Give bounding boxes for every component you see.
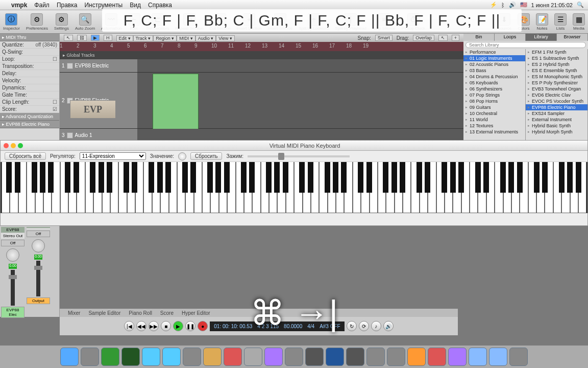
library-item[interactable]: 10 Orchestral [463, 110, 525, 117]
black-key[interactable] [517, 162, 523, 193]
toolbar-settings[interactable]: ⚙Settings [51, 13, 72, 31]
param-gatetime[interactable]: Gate Time: [0, 91, 59, 99]
black-key[interactable] [559, 162, 565, 193]
inspector-midi-thru[interactable]: ▸ MIDI Thru [0, 34, 59, 41]
black-key[interactable] [15, 162, 20, 193]
global-tracks[interactable]: ▸ Global Tracks [60, 51, 463, 59]
tracks-menu-view[interactable]: View ▾ [216, 35, 235, 41]
track-header[interactable]: 1EVP88 Electric [60, 59, 137, 72]
editor-tab-sample-editor[interactable]: Sample Editor [88, 310, 120, 316]
black-key[interactable] [534, 162, 540, 193]
track-row[interactable]: 2EVP88 Electric [60, 73, 463, 129]
dock-app[interactable] [428, 348, 446, 366]
mute-button[interactable] [67, 63, 73, 69]
mute-button[interactable] [67, 132, 73, 139]
tab-loops[interactable]: Loops [495, 34, 526, 41]
black-key[interactable] [165, 162, 171, 193]
black-key[interactable] [99, 162, 104, 193]
library-item[interactable]: 08 Pop Horns [463, 98, 525, 104]
dock-app[interactable] [60, 348, 79, 366]
tool-h[interactable]: H [104, 35, 112, 41]
black-key[interactable] [500, 162, 506, 193]
clock[interactable]: 1 июня 21:05:02 [531, 2, 573, 8]
black-key[interactable] [299, 162, 305, 193]
bt-icon[interactable]: ᛒ [501, 2, 505, 8]
dock-app[interactable] [224, 348, 242, 366]
bar-ruler[interactable]: 12345678910111213141516171819 [60, 42, 463, 51]
midi-region[interactable] [153, 74, 199, 130]
library-item[interactable]: 04 Drums & Percussion [463, 74, 525, 80]
library-item[interactable]: ES M Monophonic Synth [526, 74, 587, 80]
spotlight-icon[interactable]: 🔍 [577, 2, 584, 8]
master-vol[interactable]: 🔊 [383, 321, 394, 331]
black-key[interactable] [358, 162, 363, 193]
black-key[interactable] [215, 162, 221, 193]
library-item[interactable]: Hybrid Basic Synth [526, 123, 587, 129]
drag-value[interactable]: Overlap [413, 35, 434, 41]
ch-off[interactable]: Off [1, 240, 24, 246]
click-button[interactable]: ♪ [371, 321, 381, 331]
dock-app[interactable] [244, 348, 262, 366]
black-key[interactable] [283, 162, 288, 193]
tracks-menu-track[interactable]: Track ▾ [133, 35, 154, 41]
library-item[interactable]: 07 Pop Strings [463, 92, 525, 98]
library-item[interactable]: 03 Bass [463, 67, 525, 74]
tab-bin[interactable]: Bin [463, 34, 495, 41]
param-velocity[interactable]: Velocity: [0, 77, 59, 84]
black-key[interactable] [182, 162, 188, 193]
black-key[interactable] [132, 162, 137, 193]
menu-instruments[interactable]: Инструменты [84, 2, 122, 9]
black-key[interactable] [249, 162, 255, 193]
dock-app[interactable] [407, 348, 426, 366]
black-key[interactable] [48, 162, 54, 193]
black-key[interactable] [341, 162, 347, 193]
fader[interactable] [11, 270, 15, 306]
menu-edit[interactable]: Правка [57, 2, 78, 9]
dock-app[interactable] [162, 348, 181, 366]
param-cliplength[interactable]: Clip Length:☐ [0, 99, 59, 106]
black-key[interactable] [32, 162, 37, 193]
wifi-icon[interactable]: ⚡ [490, 2, 497, 8]
black-key[interactable] [124, 162, 129, 193]
param-quantize[interactable]: Quantize:off (3840) [0, 41, 59, 49]
value-knob[interactable] [178, 152, 186, 160]
black-key[interactable] [6, 162, 12, 193]
library-item[interactable]: ES P Poly Synthesizer [526, 80, 587, 86]
sync-button[interactable]: ⟳ [359, 321, 369, 331]
piano-keyboard[interactable] [1, 162, 587, 213]
library-item[interactable]: Hybrid Morph Synth [526, 129, 587, 135]
sig[interactable]: 4/4 [307, 324, 314, 329]
library-item[interactable]: ES E Ensemble Synth [526, 67, 587, 74]
param-dynamics[interactable]: Dynamics: [0, 84, 59, 91]
library-item[interactable]: EVB3 Tonewheel Organ [526, 86, 587, 92]
app-name[interactable]: vmpk [11, 2, 27, 9]
black-key[interactable] [442, 162, 447, 193]
library-item[interactable]: EFM 1 FM Synth [526, 49, 587, 55]
black-key[interactable] [508, 162, 514, 193]
black-key[interactable] [274, 162, 280, 193]
black-key[interactable] [483, 162, 489, 193]
library-item[interactable]: EVOC PS Vocoder Synth [526, 98, 587, 104]
dock-app[interactable] [387, 348, 405, 366]
dock-app[interactable] [264, 348, 283, 366]
dock-app[interactable] [469, 348, 487, 366]
editor-tab-mixer[interactable]: Mixer [68, 310, 80, 316]
param-loop[interactable]: Loop:☐ [0, 56, 59, 63]
black-key[interactable] [266, 162, 272, 193]
library-item[interactable]: ES 1 Subtractive Synth [526, 55, 587, 61]
editor-tab-piano-roll[interactable]: Piano Roll [129, 310, 152, 316]
black-key[interactable] [366, 162, 372, 193]
black-key[interactable] [416, 162, 422, 193]
dock-app[interactable] [305, 348, 324, 366]
pan-knob[interactable] [32, 239, 45, 252]
toolbar-lists[interactable]: ☰Lists [551, 13, 570, 31]
tool-pointer[interactable]: ↖ [438, 35, 448, 41]
black-key[interactable] [567, 162, 573, 193]
record-button[interactable]: ● [198, 321, 208, 331]
tool-pencil[interactable]: + [452, 35, 459, 41]
menu-help[interactable]: Справка [148, 2, 172, 9]
black-key[interactable] [308, 162, 313, 193]
black-key[interactable] [576, 162, 581, 193]
library-item[interactable]: 12 Textures [463, 123, 525, 129]
black-key[interactable] [65, 162, 70, 193]
